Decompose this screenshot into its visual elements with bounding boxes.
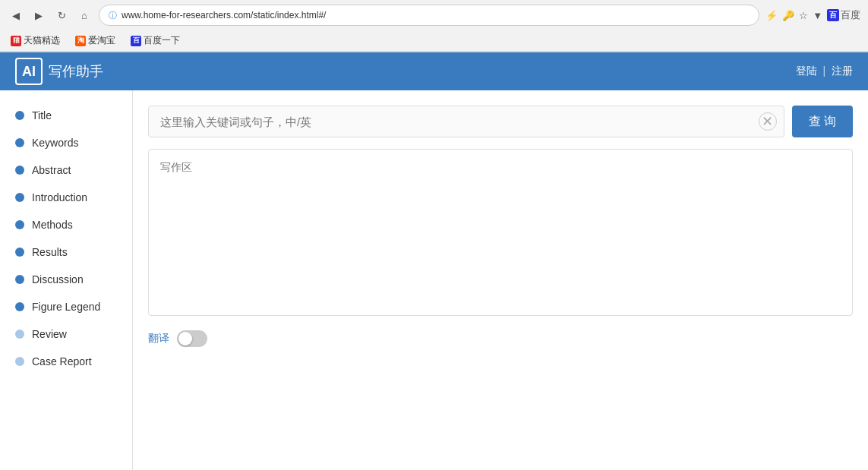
browser-chrome: ◀ ▶ ↻ ⌂ ⓘ www.home-for-researchers.com/s…	[0, 0, 868, 52]
sidebar-item-abstract[interactable]: Abstract	[0, 156, 132, 184]
browser-toolbar: ◀ ▶ ↻ ⌂ ⓘ www.home-for-researchers.com/s…	[0, 0, 868, 30]
sidebar-item-title[interactable]: Title	[0, 102, 132, 129]
sidebar-label-abstract: Abstract	[32, 164, 71, 176]
baidu-icon[interactable]: 百 百度	[827, 8, 860, 22]
sidebar-item-keywords[interactable]: Keywords	[0, 129, 132, 156]
sidebar-item-figure-legend[interactable]: Figure Legend	[0, 293, 132, 320]
clear-button[interactable]: ✕	[759, 112, 777, 131]
auth-divider: |	[822, 65, 825, 77]
sidebar-item-results[interactable]: Results	[0, 238, 132, 266]
logo-text: AI	[22, 64, 36, 80]
dot-title	[15, 111, 24, 120]
app-header: AI 写作助手 登陆 | 注册	[0, 52, 868, 90]
translate-toggle[interactable]	[177, 330, 207, 347]
dot-introduction	[15, 193, 24, 202]
bookmark-baidu[interactable]: 百 百度一下	[128, 33, 183, 49]
login-link[interactable]: 登陆	[796, 65, 817, 77]
translate-label: 翻译	[148, 332, 169, 345]
sidebar-item-review[interactable]: Review	[0, 320, 132, 348]
dot-abstract	[15, 166, 24, 175]
search-input[interactable]	[148, 106, 784, 137]
sidebar-label-methods: Methods	[32, 219, 73, 231]
sidebar-label-review: Review	[32, 328, 67, 340]
sidebar-label-introduction: Introduction	[32, 191, 87, 203]
dot-discussion	[15, 275, 24, 284]
back-button[interactable]: ◀	[8, 7, 24, 24]
bookmarks-bar: 猫 天猫精选 淘 爱淘宝 百 百度一下	[0, 30, 868, 52]
baidu-label: 百度	[841, 8, 860, 22]
tmj-icon: 猫	[11, 36, 21, 46]
sidebar-label-results: Results	[32, 246, 68, 258]
toggle-knob	[178, 332, 192, 345]
dot-case-report	[15, 357, 24, 366]
register-link[interactable]: 注册	[832, 65, 853, 77]
dot-keywords	[15, 138, 24, 147]
key-icon[interactable]: 🔑	[782, 10, 794, 21]
tmj-label: 天猫精选	[24, 34, 60, 47]
dot-results	[15, 248, 24, 257]
dot-figure-legend	[15, 302, 24, 311]
sidebar-label-discussion: Discussion	[32, 273, 84, 285]
app-logo: AI 写作助手	[15, 58, 103, 85]
logo-box: AI	[15, 58, 43, 85]
header-auth: 登陆 | 注册	[796, 65, 853, 78]
refresh-button[interactable]: ↻	[53, 7, 70, 24]
sidebar-item-case-report[interactable]: Case Report	[0, 348, 132, 375]
app-body: Title Keywords Abstract Introduction Met…	[0, 90, 868, 470]
sidebar-label-keywords: Keywords	[32, 137, 78, 149]
tb-label: 爱淘宝	[88, 34, 115, 47]
search-input-wrapper: ✕	[148, 106, 784, 137]
baidu-bm-icon: 百	[131, 36, 141, 46]
tb-icon: 淘	[75, 36, 86, 46]
main-content: ✕ 查 询 翻译	[133, 90, 868, 470]
sidebar-label-title: Title	[32, 109, 52, 121]
lightning-icon[interactable]: ⚡	[765, 10, 778, 21]
translate-row: 翻译	[148, 330, 853, 347]
search-bar: ✕ 查 询	[148, 106, 853, 137]
address-bar[interactable]: ⓘ www.home-for-researchers.com/static/in…	[99, 5, 759, 26]
dot-review	[15, 330, 24, 339]
search-button[interactable]: 查 询	[792, 106, 853, 137]
sidebar-item-introduction[interactable]: Introduction	[0, 184, 132, 211]
bookmark-tb[interactable]: 淘 爱淘宝	[72, 33, 118, 49]
baidu-logo: 百	[827, 9, 839, 21]
sidebar-item-discussion[interactable]: Discussion	[0, 266, 132, 293]
dot-methods	[15, 220, 24, 229]
star-dropdown-icon[interactable]: ▼	[813, 10, 822, 21]
app-title: 写作助手	[49, 62, 103, 80]
home-button[interactable]: ⌂	[76, 7, 93, 24]
info-icon: ⓘ	[109, 10, 117, 21]
sidebar: Title Keywords Abstract Introduction Met…	[0, 90, 133, 470]
bookmark-tmj[interactable]: 猫 天猫精选	[8, 33, 63, 49]
sidebar-item-methods[interactable]: Methods	[0, 211, 132, 238]
forward-button[interactable]: ▶	[30, 7, 47, 24]
star-icon[interactable]: ☆	[799, 10, 808, 21]
url-text: www.home-for-researchers.com/static/inde…	[122, 10, 326, 21]
sidebar-label-figure-legend: Figure Legend	[32, 301, 100, 313]
baidu-bm-label: 百度一下	[144, 34, 180, 47]
writing-area[interactable]	[148, 149, 853, 316]
browser-actions: ⚡ 🔑 ☆ ▼ 百 百度	[765, 8, 860, 22]
sidebar-label-case-report: Case Report	[32, 355, 92, 367]
